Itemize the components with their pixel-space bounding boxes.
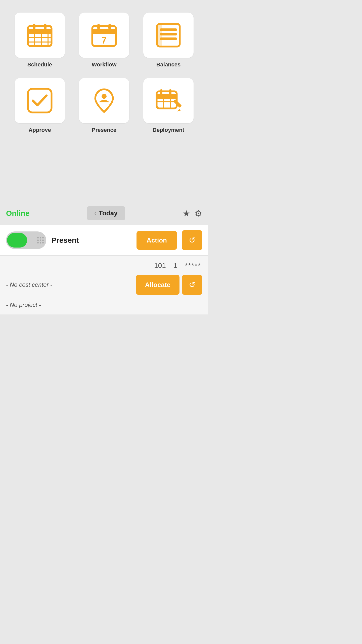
today-label: Today xyxy=(99,209,118,217)
sidebar-item-presence[interactable]: Presence xyxy=(76,78,132,133)
header-action-icons: ★ ⚙ xyxy=(183,208,202,218)
toggle-dots xyxy=(37,237,44,244)
svg-rect-23 xyxy=(157,91,177,108)
alloc-buttons: Allocate ↺ xyxy=(136,275,202,295)
svg-rect-24 xyxy=(157,94,177,99)
action-button[interactable]: Action xyxy=(137,231,177,250)
alloc-number-2: 1 xyxy=(173,262,177,270)
header-bar: Online ‹ Today ★ ⚙ xyxy=(0,201,208,225)
cost-center-label: - No cost center - xyxy=(6,281,52,288)
schedule-icon-box xyxy=(15,13,65,58)
chevron-left-icon: ‹ xyxy=(95,210,96,217)
presence-history-button[interactable]: ↺ xyxy=(182,230,202,250)
approve-icon xyxy=(26,87,54,114)
today-button[interactable]: ‹ Today xyxy=(87,206,125,220)
menu-row-1: Schedule 7 Workflow xyxy=(8,13,201,68)
present-row: Present Action ↺ xyxy=(0,225,208,256)
svg-rect-11 xyxy=(92,29,116,34)
empty-space xyxy=(0,151,208,201)
svg-rect-16 xyxy=(160,28,177,31)
workflow-icon-box: 7 xyxy=(79,13,129,58)
sidebar-item-approve[interactable]: Approve xyxy=(12,78,67,133)
deployment-label: Deployment xyxy=(153,127,184,133)
sidebar-item-schedule[interactable]: Schedule xyxy=(12,13,67,68)
allocation-section: 101 1 ***** - No cost center - Allocate … xyxy=(0,256,208,314)
star-icon[interactable]: ★ xyxy=(183,208,190,218)
deployment-icon-box xyxy=(143,78,194,123)
presence-label: Presence xyxy=(92,127,116,133)
svg-rect-18 xyxy=(160,37,177,40)
svg-rect-4 xyxy=(44,24,47,29)
svg-rect-21 xyxy=(28,89,52,112)
svg-rect-26 xyxy=(169,89,171,94)
deployment-icon xyxy=(155,87,182,114)
toggle-knob xyxy=(7,233,27,248)
svg-rect-17 xyxy=(160,33,177,35)
schedule-icon xyxy=(26,21,54,49)
svg-rect-25 xyxy=(160,89,162,94)
allocate-button[interactable]: Allocate xyxy=(136,275,179,295)
sidebar-item-deployment[interactable]: Deployment xyxy=(141,78,196,133)
svg-marker-31 xyxy=(177,109,181,111)
cost-center-row: - No cost center - Allocate ↺ xyxy=(6,272,202,297)
sidebar-item-workflow[interactable]: 7 Workflow xyxy=(76,13,132,68)
alloc-number-1: 101 xyxy=(154,262,166,270)
alloc-stars: ***** xyxy=(185,262,201,270)
present-label: Present xyxy=(51,236,131,245)
alloc-numbers-row: 101 1 ***** xyxy=(6,262,202,272)
alloc-history-icon: ↺ xyxy=(189,280,196,290)
balances-icon-box xyxy=(143,13,194,58)
balances-label: Balances xyxy=(156,61,181,68)
svg-rect-13 xyxy=(108,24,111,29)
history-icon: ↺ xyxy=(189,235,196,245)
presence-toggle[interactable] xyxy=(6,231,46,249)
presence-icon xyxy=(90,87,118,114)
main-grid: Schedule 7 Workflow xyxy=(0,0,208,151)
workflow-label: Workflow xyxy=(92,61,117,68)
presence-icon-box xyxy=(79,78,129,123)
svg-rect-3 xyxy=(33,24,35,29)
online-status: Online xyxy=(6,209,29,218)
svg-text:7: 7 xyxy=(101,35,107,46)
project-label: - No project - xyxy=(6,297,202,314)
gear-icon[interactable]: ⚙ xyxy=(195,208,202,218)
svg-rect-19 xyxy=(157,24,162,47)
approve-label: Approve xyxy=(28,127,51,133)
svg-point-22 xyxy=(102,94,107,99)
alloc-history-button[interactable]: ↺ xyxy=(182,275,202,295)
svg-rect-1 xyxy=(28,29,52,34)
schedule-label: Schedule xyxy=(27,61,52,68)
menu-row-2: Approve Presence xyxy=(8,78,201,133)
sidebar-item-balances[interactable]: Balances xyxy=(141,13,196,68)
balances-icon xyxy=(155,21,182,49)
workflow-icon: 7 xyxy=(90,21,118,49)
svg-rect-12 xyxy=(97,24,100,29)
approve-icon-box xyxy=(15,78,65,123)
